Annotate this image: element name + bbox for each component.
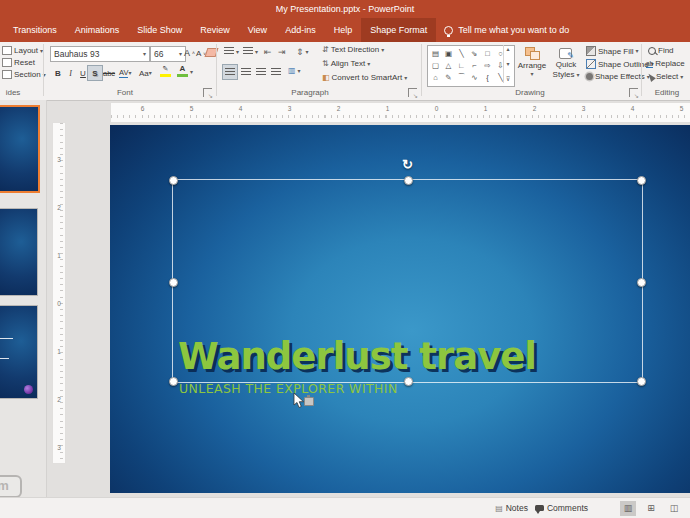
shapes-gallery[interactable]: ▤ ▣ ╲ ⇘ □ ○ ▢ △ ∟ ⌐ ⇨ ⇩ ⌂ ✎ ⌒ ∿ { ╲	[427, 45, 515, 87]
columns-button[interactable]: ▥ ▾	[288, 66, 301, 75]
resize-handle-top-left[interactable]	[169, 176, 178, 185]
align-left-button[interactable]	[222, 64, 238, 80]
comments-button[interactable]: Comments	[535, 503, 588, 513]
find-label: Find	[658, 46, 674, 55]
shapes-gallery-scrollbar[interactable]: ▴ ▾ ⊽	[503, 45, 512, 83]
ruler-number: 5	[657, 105, 690, 112]
ribbon: Layout ▾ Reset Section ▾ ides Bauhaus 93…	[0, 42, 690, 101]
section-button[interactable]: Section ▾	[2, 70, 46, 79]
shape-icon[interactable]: ⇘	[468, 47, 481, 59]
shape-icon[interactable]: △	[442, 59, 455, 71]
thumbnail-slide-2[interactable]	[0, 208, 38, 296]
scroll-up-icon[interactable]: ▴	[506, 46, 509, 52]
shape-icon[interactable]: ▢	[429, 59, 442, 71]
highlight-color-button[interactable]: ✎	[157, 63, 174, 79]
shape-icon[interactable]: ∿	[468, 71, 481, 83]
decrease-indent-button[interactable]: ⇤	[264, 47, 272, 57]
resize-handle-bottom-right[interactable]	[637, 377, 646, 386]
tab-add-ins[interactable]: Add-ins	[276, 18, 325, 42]
shape-icon[interactable]: ⇨	[481, 59, 494, 71]
font-dialog-launcher[interactable]	[203, 88, 212, 97]
tab-review[interactable]: Review	[191, 18, 239, 42]
ruler-number: 3	[559, 105, 608, 112]
text-direction-button[interactable]: ⇵ Text Direction ▾	[322, 45, 384, 54]
shape-icon[interactable]: ⌒	[455, 71, 468, 83]
font-name-combo[interactable]: Bauhaus 93 ▾	[50, 46, 150, 62]
tell-me-box[interactable]: Tell me what you want to do	[436, 18, 577, 42]
shape-fill-button[interactable]: Shape Fill ▾	[586, 46, 639, 56]
resize-handle-middle-right[interactable]	[637, 278, 646, 287]
increase-indent-icon: ⇥	[278, 47, 286, 57]
arrange-button[interactable]: Arrange ▾	[516, 47, 548, 77]
tab-view[interactable]: View	[239, 18, 276, 42]
tab-help[interactable]: Help	[325, 18, 362, 42]
text-direction-icon: ⇵	[322, 45, 329, 54]
tab-slide-show[interactable]: Slide Show	[128, 18, 191, 42]
line-spacing-button[interactable]: ⇕ ▾	[296, 47, 309, 57]
tab-transitions[interactable]: Transitions	[4, 18, 66, 42]
bullets-button[interactable]: ▾	[224, 47, 239, 56]
find-button[interactable]: Find	[648, 46, 674, 55]
font-size-combo[interactable]: 66 ▾	[150, 46, 186, 62]
drawing-dialog-launcher[interactable]	[629, 88, 638, 97]
numbering-icon	[243, 47, 253, 56]
rotate-handle-icon[interactable]: ↻	[402, 157, 413, 172]
resize-handle-top-right[interactable]	[637, 176, 646, 185]
layout-button[interactable]: Layout ▾	[2, 46, 43, 55]
select-button[interactable]: Select ▾	[648, 72, 683, 81]
reset-button[interactable]: Reset	[2, 58, 35, 67]
thumbnail-slide-3[interactable]	[0, 305, 38, 399]
align-text-button[interactable]: ⇅ Align Text ▾	[322, 59, 370, 68]
notes-button[interactable]: ▤ Notes	[495, 503, 528, 513]
resize-handle-middle-left[interactable]	[169, 278, 178, 287]
slide-canvas[interactable]: ↻ Wanderlust travel UNLEASH THE EXPLORER…	[110, 125, 690, 493]
paragraph-dialog-launcher[interactable]	[408, 88, 417, 97]
quick-styles-button[interactable]: ✎ Quick Styles ▾	[550, 47, 582, 79]
align-right-button[interactable]	[253, 64, 269, 80]
ruler-number: 6	[118, 105, 167, 112]
shape-icon[interactable]: ⌐	[468, 59, 481, 71]
grow-font-button[interactable]: A˄	[184, 48, 195, 58]
thumbnail-slide-1[interactable]	[0, 105, 40, 193]
resize-handle-bottom-center[interactable]	[404, 377, 413, 386]
shape-icon[interactable]: □	[481, 47, 494, 59]
drawing-group-label: Drawing	[460, 88, 600, 97]
scroll-down-icon[interactable]: ▾	[506, 61, 509, 67]
resize-handle-bottom-left[interactable]	[169, 377, 178, 386]
numbering-button[interactable]: ▾	[243, 47, 258, 56]
shape-icon[interactable]: ▤	[429, 47, 442, 59]
watermark-letter: m	[0, 478, 9, 493]
convert-smartart-button[interactable]: ◧ Convert to SmartArt ▾	[322, 73, 407, 82]
slide-sorter-view-button[interactable]: ⊞	[643, 501, 659, 516]
character-spacing-button[interactable]: AV ▾	[116, 65, 134, 81]
tab-shape-format[interactable]: Shape Format	[361, 18, 436, 42]
shape-icon[interactable]: {	[481, 71, 494, 83]
increase-indent-button[interactable]: ⇥	[278, 47, 286, 57]
shrink-font-letter: A	[196, 49, 201, 58]
resize-handle-top-center[interactable]	[404, 176, 413, 185]
change-case-button[interactable]: Aa ▾	[136, 65, 155, 81]
slide-title-text[interactable]: Wanderlust travel	[178, 335, 536, 378]
dropdown-caret-icon: ▾	[306, 49, 309, 55]
shape-icon[interactable]: ⌂	[429, 71, 442, 83]
justify-button[interactable]	[268, 64, 284, 80]
status-bar: ▤ Notes Comments ▥ ⊞ ◫	[0, 497, 690, 518]
shape-icon[interactable]: ╲	[455, 47, 468, 59]
replace-button[interactable]: ab Replace	[646, 59, 685, 68]
gallery-more-icon[interactable]: ⊽	[506, 76, 510, 82]
tab-animations[interactable]: Animations	[66, 18, 129, 42]
shape-icon[interactable]: ✎	[442, 71, 455, 83]
smartart-icon: ◧	[322, 73, 330, 82]
tell-me-label: Tell me what you want to do	[458, 25, 569, 35]
normal-view-button[interactable]: ▥	[620, 501, 636, 516]
align-center-button[interactable]	[238, 64, 254, 80]
reading-view-button[interactable]: ◫	[666, 501, 682, 516]
font-color-button[interactable]: A	[174, 63, 191, 79]
shape-icon[interactable]: ▣	[442, 47, 455, 59]
shape-outline-button[interactable]: Shape Outline ▾	[586, 59, 654, 69]
font-color-caret[interactable]: ▾	[190, 69, 193, 75]
layout-label: Layout	[14, 46, 38, 55]
slide-subtitle-text[interactable]: UNLEASH THE EXPLORER WITHIN	[179, 381, 398, 396]
group-separator	[421, 44, 422, 96]
shape-icon[interactable]: ∟	[455, 59, 468, 71]
